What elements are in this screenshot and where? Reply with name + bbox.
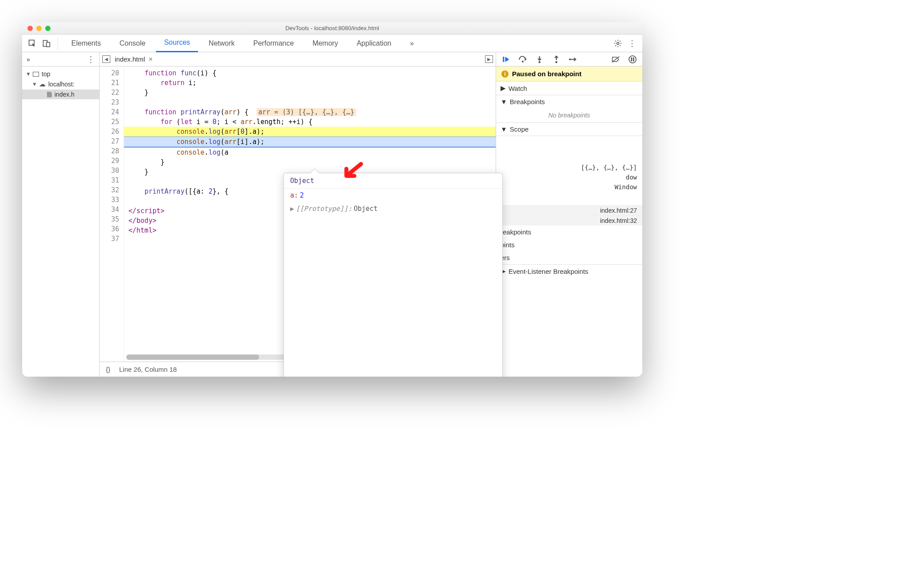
tab-network[interactable]: Network <box>201 35 243 52</box>
svg-rect-12 <box>633 57 634 61</box>
file-icon <box>47 92 52 97</box>
tab-elements[interactable]: Elements <box>63 35 109 52</box>
caret-right-icon: ▶ <box>501 84 506 92</box>
code-line[interactable]: console.log(arr[0].a); <box>124 127 496 136</box>
window-titlebar: DevTools - localhost:8080/index.html <box>22 22 642 35</box>
code-line[interactable]: } <box>124 157 496 167</box>
file-tab-name: index.html <box>115 55 145 63</box>
annotation-arrow-icon <box>341 162 363 182</box>
svg-point-5 <box>522 60 524 62</box>
debugger-pane: i Paused on breakpoint ▶Watch ▼Breakpoin… <box>496 52 642 377</box>
step-out-icon[interactable] <box>552 55 561 64</box>
cloud-icon: ☁ <box>39 80 46 88</box>
no-breakpoints-label: No breakpoints <box>496 108 642 122</box>
debugger-toolbar <box>496 52 642 66</box>
callstack-link-2[interactable]: index.html:32 <box>496 215 642 226</box>
caret-right-icon: ▶ <box>290 205 294 213</box>
code-line[interactable]: function func(i) { <box>124 68 496 78</box>
window-icon <box>33 72 39 77</box>
step-icon[interactable] <box>569 55 578 64</box>
scope-section: ▼Scope <box>496 123 642 136</box>
ers-partial[interactable]: ers <box>496 251 642 264</box>
pause-exceptions-icon[interactable] <box>628 55 637 64</box>
tree-host[interactable]: ▼ ☁ localhost: <box>22 79 99 90</box>
callstack-link-1[interactable]: index.html:27 <box>496 205 642 215</box>
code-line[interactable]: function printArray(arr) { arr = (3) [{…… <box>124 107 496 117</box>
svg-point-6 <box>539 61 541 63</box>
code-line[interactable]: return i; <box>124 78 496 88</box>
tab-sources[interactable]: Sources <box>156 35 198 52</box>
format-braces-icon[interactable]: {} <box>106 366 110 373</box>
code-line[interactable]: console.log(a <box>124 148 496 157</box>
popover-title: Object <box>284 173 502 189</box>
tab-console[interactable]: Console <box>112 35 154 52</box>
close-tab-icon[interactable]: × <box>148 55 152 63</box>
line-gutter: 202122232425262728293031323334353637 <box>100 66 124 362</box>
navigator-pane: » ⋮ ▼ top ▼ ☁ localhost: index.h <box>22 52 100 377</box>
watch-header[interactable]: ▶Watch <box>496 82 642 95</box>
main-tabbar: Elements Console Sources Network Perform… <box>22 35 642 52</box>
info-icon: i <box>501 70 509 78</box>
zoom-window-button[interactable] <box>45 26 50 31</box>
breakpoints-header[interactable]: ▼Breakpoints <box>496 95 642 108</box>
watch-section: ▶Watch <box>496 82 642 95</box>
close-window-button[interactable] <box>27 26 33 31</box>
value-hover-popover: Object a: 2 ▶ [[Prototype]]: Object <box>283 173 503 377</box>
scope-header[interactable]: ▼Scope <box>496 123 642 136</box>
tree-top-label: top <box>42 70 50 78</box>
navigator-toolbar: » ⋮ <box>22 52 99 66</box>
svg-rect-4 <box>503 57 504 62</box>
svg-point-3 <box>617 42 619 44</box>
svg-point-8 <box>569 58 571 60</box>
step-over-icon[interactable] <box>518 55 527 64</box>
tab-application[interactable]: Application <box>349 35 399 52</box>
caret-down-icon: ▼ <box>32 81 36 87</box>
code-line[interactable]: } <box>124 88 496 97</box>
devtools-window: DevTools - localhost:8080/index.html Ele… <box>22 22 642 377</box>
inspect-element-icon[interactable] <box>27 38 38 49</box>
window-title: DevTools - localhost:8080/index.html <box>22 25 642 31</box>
navigator-overflow-icon[interactable]: » <box>27 56 30 63</box>
minimize-window-button[interactable] <box>36 26 42 31</box>
scope-value-arr: [{…}, {…}, {…}] <box>496 163 642 172</box>
code-line[interactable] <box>124 97 496 107</box>
cursor-position: Line 26, Column 18 <box>119 366 177 373</box>
scope-value-dow: dow <box>496 172 642 182</box>
oints-partial[interactable]: oints <box>496 238 642 251</box>
tab-performance[interactable]: Performance <box>245 35 302 52</box>
settings-gear-icon[interactable] <box>612 38 624 49</box>
navigator-more-icon[interactable]: ⋮ <box>87 55 95 64</box>
show-navigator-icon[interactable]: ◀ <box>102 55 110 63</box>
file-tab-index[interactable]: index.html × <box>115 55 153 63</box>
scrollbar-thumb[interactable] <box>126 354 259 360</box>
device-toolbar-icon[interactable] <box>41 38 52 49</box>
step-into-icon[interactable] <box>535 55 544 64</box>
code-line[interactable]: for (let i = 0; i < arr.length; ++i) { <box>124 117 496 127</box>
file-tabbar: ◀ index.html × ▶ <box>100 52 496 66</box>
caret-down-icon: ▼ <box>501 98 507 105</box>
event-listener-breakpoints-header[interactable]: ▶Event-Listener Breakpoints <box>496 264 642 278</box>
separator <box>58 37 58 50</box>
svg-point-7 <box>555 61 558 63</box>
paused-message: Paused on breakpoint <box>512 70 582 78</box>
tree-host-label: localhost: <box>48 81 74 88</box>
popover-prototype-row[interactable]: ▶ [[Prototype]]: Object <box>284 202 502 215</box>
reakpoints-partial[interactable]: reakpoints <box>496 226 642 238</box>
svg-rect-11 <box>631 57 632 61</box>
tab-memory[interactable]: Memory <box>304 35 346 52</box>
tabs-overflow[interactable]: » <box>402 35 422 52</box>
tree-file-index[interactable]: index.h <box>22 90 99 99</box>
show-debugger-icon[interactable]: ▶ <box>485 55 493 63</box>
more-options-icon[interactable]: ⋮ <box>626 38 638 49</box>
tree-file-label: index.h <box>54 91 74 98</box>
caret-down-icon: ▼ <box>501 125 507 133</box>
deactivate-breakpoints-icon[interactable] <box>611 55 620 64</box>
breakpoints-section: ▼Breakpoints No breakpoints <box>496 95 642 123</box>
code-line[interactable]: console.log(arr[i].a); <box>124 136 496 148</box>
svg-rect-2 <box>47 42 50 47</box>
resume-script-icon[interactable] <box>501 55 510 64</box>
traffic-lights <box>27 26 50 31</box>
tree-top[interactable]: ▼ top <box>22 69 99 79</box>
caret-down-icon: ▼ <box>26 71 30 77</box>
popover-property-row[interactable]: a: 2 <box>284 189 502 202</box>
